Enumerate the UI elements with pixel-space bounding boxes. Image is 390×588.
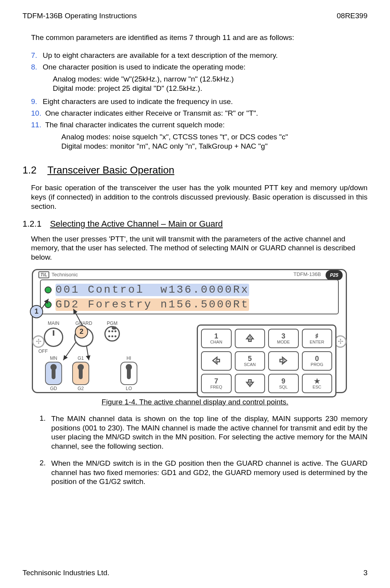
knob-icon xyxy=(44,328,63,347)
pgm-connector[interactable]: PGM xyxy=(104,321,120,342)
keypad-key-chan[interactable]: 1CHAN xyxy=(201,329,232,348)
step-1-num: 1. xyxy=(40,414,51,451)
g1-g2-switch[interactable]: G1 G2 xyxy=(71,356,90,391)
callout-2: 2 xyxy=(75,325,88,338)
led-main-icon xyxy=(45,286,52,293)
keypad-key-freq[interactable]: 7FREQ xyxy=(201,374,232,393)
figure-1-4: TiL Technisonic TDFM-136B P25 001 Contro… xyxy=(32,269,367,393)
keypad-key-up[interactable]: 2 xyxy=(235,329,265,348)
screw-left-icon: ✢ xyxy=(32,335,45,348)
model-text: TDFM-136B xyxy=(293,271,321,277)
header-right: 08RE399 xyxy=(337,12,367,20)
param-8-num: 8. xyxy=(31,63,39,71)
section-1-2-num: 1.2 xyxy=(23,164,36,176)
keypad-key-sql[interactable]: 9SQL xyxy=(268,374,299,393)
param-11-sub-line2: Digital modes: monitor "m", NAC only "n"… xyxy=(61,142,367,151)
keypad: 1CHAN23MODE♯ENTER45SCAN60PROG7FREQ89SQL★… xyxy=(197,324,336,397)
main-knob[interactable]: MAIN OFF xyxy=(44,321,63,354)
header-left: TDFM-136B Operating Instructions xyxy=(23,12,137,20)
hi-lo-switch[interactable]: HI LO xyxy=(119,356,139,391)
p25-badge: P25 xyxy=(326,270,343,280)
g2-label: G2 xyxy=(78,386,84,391)
gd-label: GD xyxy=(50,386,57,391)
section-1-2-heading: 1.2Transceiver Basic Operation xyxy=(23,164,367,176)
keypad-key-enter[interactable]: ♯ENTER xyxy=(302,329,333,348)
section-1-2-title: Transceiver Basic Operation xyxy=(47,164,174,176)
section-1-2-1-paragraph: When the user presses 'PTT', the unit wi… xyxy=(31,234,367,262)
led-guard-icon xyxy=(45,301,52,308)
figure-caption: Figure 1-4. The active channel display a… xyxy=(23,398,367,406)
section-1-2-paragraph: For basic operation of the transceiver t… xyxy=(31,183,367,211)
keypad-key-down[interactable]: 8 xyxy=(235,374,265,393)
keypad-key-mode[interactable]: 3MODE xyxy=(268,329,299,348)
param-8-text: One character position is used to indica… xyxy=(43,63,367,71)
til-logo-icon: TiL xyxy=(38,271,49,278)
off-label: OFF xyxy=(38,349,48,354)
param-11-text: The final character indicates the curren… xyxy=(45,121,367,129)
device-panel: TiL Technisonic TDFM-136B P25 001 Contro… xyxy=(32,269,347,393)
param-10-text: One character indicates either Receive o… xyxy=(45,109,367,118)
lcd-line-2: GD2 Forestry n156.5000Rt xyxy=(55,298,249,311)
keypad-key-left[interactable]: 4 xyxy=(201,351,232,371)
param-11-num: 11. xyxy=(31,121,41,129)
section-1-2-1-num: 1.2.1 xyxy=(23,219,42,229)
lo-label: LO xyxy=(126,386,132,391)
keypad-key-esc[interactable]: ★ESC xyxy=(302,374,333,393)
callout-1: 1 xyxy=(30,305,43,318)
lcd-line-1: 001 Control w136.0000Rx xyxy=(55,284,249,296)
step-1-text: The MAIN channel data is shown on the to… xyxy=(51,414,367,451)
param-7-num: 7. xyxy=(31,51,39,60)
hi-label: HI xyxy=(127,356,131,361)
g1-label: G1 xyxy=(78,356,84,361)
intro-paragraph: The common parameters are identified as … xyxy=(31,33,367,42)
param-8-sub-line1: Analog modes: wide "w"(25kHz.), narrow "… xyxy=(53,75,367,84)
pgm-connector-icon xyxy=(104,326,120,342)
section-1-2-1-title: Selecting the Active Channel – Main or G… xyxy=(50,219,223,229)
step-2-text: When the MN/GD switch is in the GD posit… xyxy=(51,459,367,486)
footer-left: Technisonic Industries Ltd. xyxy=(23,569,109,577)
param-10-num: 10. xyxy=(31,109,41,118)
param-9-num: 9. xyxy=(31,97,39,106)
lcd-display: 001 Control w136.0000Rx GD2 Forestry n15… xyxy=(40,279,339,314)
brand-text: Technisonic xyxy=(52,272,78,278)
brand-area: TiL Technisonic xyxy=(38,271,78,278)
pgm-label: PGM xyxy=(107,321,117,326)
param-9-text: Eight characters are used to indicate th… xyxy=(43,97,367,106)
keypad-key-prog[interactable]: 0PROG xyxy=(302,351,333,371)
step-2-num: 2. xyxy=(40,459,51,486)
param-11-sub-line1: Analog modes: noise squelch "x", CTCSS t… xyxy=(61,132,367,142)
mn-label: MN xyxy=(50,356,57,361)
mn-gd-switch[interactable]: MN GD xyxy=(44,356,63,391)
keypad-key-scan[interactable]: 5SCAN xyxy=(235,351,265,371)
footer-page-number: 3 xyxy=(363,569,367,577)
keypad-key-right[interactable]: 6 xyxy=(268,351,299,371)
section-1-2-1-heading: 1.2.1Selecting the Active Channel – Main… xyxy=(23,219,367,229)
param-8-sub-line2: Digital mode: project 25 digital "D" (12… xyxy=(53,84,367,93)
main-knob-label: MAIN xyxy=(48,321,59,326)
param-7-text: Up to eight characters are available for… xyxy=(43,51,367,60)
guard-knob-label: GUARD xyxy=(75,321,92,326)
